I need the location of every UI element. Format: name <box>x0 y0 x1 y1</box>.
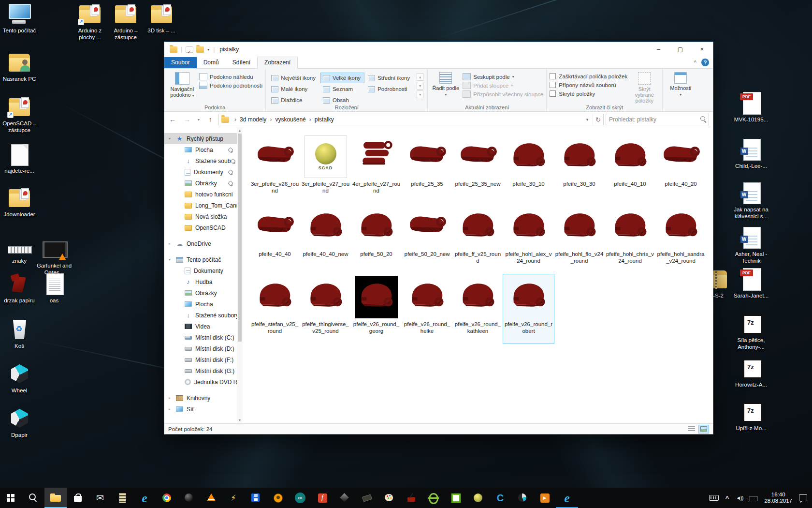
sidebar-item[interactable]: Místní disk (D:) <box>164 343 237 354</box>
file-item[interactable]: SCAD pfeife_ff_v25_round <box>452 204 503 273</box>
taskbar-app[interactable]: ✉ <box>89 488 111 508</box>
taskbar-app[interactable] <box>400 488 422 508</box>
desktop-icon-arduino-zastupce[interactable]: Arduino – zástupce <box>107 3 144 41</box>
file-item[interactable]: SCAD pfeife_25_35_new <box>452 134 503 203</box>
breadcrumb-vyskousene[interactable]: vyskoušené <box>275 116 305 123</box>
view-option-stredni-ikony[interactable]: Střední ikony <box>365 73 414 83</box>
sidebar-item[interactable]: Obrázky <box>164 287 237 299</box>
file-item[interactable]: SCAD pfeife_v26_round_georg <box>351 274 402 344</box>
checkbox[interactable] <box>550 82 556 88</box>
file-item[interactable]: SCAD pfeife_hohl_sandra_v24_round <box>655 204 706 273</box>
view-option-obsah[interactable]: Obsah <box>320 95 364 105</box>
sidebar-item[interactable]: Plocha <box>164 144 237 155</box>
file-item[interactable]: SCAD pfeife_30_30 <box>554 134 605 203</box>
touch-keyboard-icon[interactable] <box>709 495 719 501</box>
desktop-icon-znaky[interactable]: znaky <box>1 242 38 264</box>
gallery-scroll-down[interactable]: ▼ <box>417 82 423 90</box>
taskbar-app[interactable] <box>267 488 289 508</box>
file-item[interactable]: SCAD pfeife_40_20 <box>655 134 706 203</box>
desktop-icon-jak-napsat[interactable]: Jak napsat na klávesnici s... <box>730 182 772 220</box>
file-item[interactable]: SCAD pfeife_hohl_alex_v24_round <box>503 204 554 273</box>
sidebar-item[interactable]: Obrázky <box>164 178 237 189</box>
scroll-down-icon[interactable]: ▼ <box>238 417 242 423</box>
file-item[interactable]: SCAD pfeife_v26_round_heike <box>402 274 452 344</box>
preview-pane-button[interactable]: Podokno náhledu <box>199 73 262 80</box>
details-pane-button[interactable]: Podokno podrobností <box>199 82 262 89</box>
desktop-icon-openscad-zastupce[interactable]: OpenSCAD – zástupce <box>1 96 38 134</box>
desktop-icon-sarah-janet[interactable]: Sarah-Janet... <box>730 268 772 299</box>
sidebar-item[interactable]: Místní disk (F:) <box>164 354 237 365</box>
tab-sdileni[interactable]: Sdílení <box>226 57 257 68</box>
clock[interactable]: 16:40 28.08.2017 <box>764 492 792 504</box>
back-button[interactable]: ← <box>166 114 179 125</box>
sidebar-item[interactable]: OpenSCAD <box>164 222 237 233</box>
view-option-velke-ikony[interactable]: Velké ikony <box>320 73 364 83</box>
action-center-icon[interactable] <box>799 494 807 501</box>
file-item[interactable]: SCAD pfeife_50_20 <box>351 204 402 273</box>
desktop-icon-jdownloader[interactable]: Jdownloader <box>1 187 38 218</box>
close-button[interactable]: × <box>691 42 713 57</box>
desktop-icon-asher[interactable]: Asher, Neal - Technik <box>730 226 772 264</box>
file-item[interactable]: SCAD pfeife_25_35 <box>402 134 452 203</box>
sidebar-item[interactable]: hotovo funkcni <box>164 189 237 200</box>
file-extensions-option[interactable]: Přípony názvů souborů <box>550 82 627 88</box>
tab-soubor[interactable]: Soubor <box>164 57 197 68</box>
group-by-button[interactable]: Seskupit podle ▾ <box>463 73 543 80</box>
minimize-button[interactable]: – <box>648 42 669 57</box>
taskbar-app[interactable] <box>245 488 267 508</box>
desktop-icon-oas[interactable]: oas <box>36 273 72 304</box>
sidebar-item[interactable]: Videa <box>164 321 237 332</box>
file-item[interactable]: SCAD pfeife_40_40_new <box>300 204 351 273</box>
desktop-icon-dpapir[interactable]: Dpapir <box>1 407 38 438</box>
details-view-toggle[interactable] <box>686 425 697 433</box>
taskbar-app[interactable] <box>0 488 22 508</box>
tab-zobrazeni[interactable]: Zobrazení <box>257 57 298 69</box>
recent-locations-icon[interactable]: ▾ <box>195 114 202 125</box>
quick-access-properties-icon[interactable] <box>186 46 193 53</box>
taskbar-app[interactable]: e <box>133 488 156 508</box>
sidebar-item[interactable]: Hudba <box>164 276 237 287</box>
file-item[interactable]: SCAD pfeife_v26_round_kathleen <box>452 274 503 344</box>
desktop-icon-tento-pocitac[interactable]: Tento počítač <box>1 3 38 34</box>
search-icon[interactable] <box>699 115 709 124</box>
taskbar-app[interactable] <box>334 488 356 508</box>
desktop-icon-child-lee[interactable]: Child,-Lee-... <box>730 138 772 169</box>
address-bar[interactable]: › 3d modely › vyskoušené › pistalky ▾ ↻ <box>218 114 604 125</box>
taskbar-app[interactable] <box>378 488 400 508</box>
sidebar-item[interactable]: Stažené soubory <box>164 310 237 321</box>
quick-access-customize-icon[interactable]: ▾ <box>207 47 209 52</box>
sidebar-item[interactable]: Knihovny <box>164 392 237 403</box>
sidebar-item[interactable]: Rychlý přístup <box>164 133 237 144</box>
file-item[interactable]: SCAD pfeife_thingiverse_v25_round <box>300 274 351 344</box>
desktop-icon-najdete[interactable]: najdete-re... <box>1 143 38 174</box>
taskbar-app[interactable] <box>200 488 222 508</box>
sidebar-item[interactable]: Dokumenty <box>164 265 237 276</box>
taskbar-app[interactable] <box>467 488 489 508</box>
help-icon[interactable]: ? <box>701 59 709 66</box>
tray-expand-icon[interactable]: ^ <box>725 494 729 502</box>
taskbar-app[interactable]: e <box>556 488 578 508</box>
address-dropdown-icon[interactable]: ▾ <box>582 114 593 125</box>
sidebar-item[interactable]: Plocha <box>164 299 237 310</box>
file-item[interactable]: SCAD pfeife_50_20_new <box>402 204 452 273</box>
taskbar-app[interactable] <box>511 488 534 508</box>
sidebar-item[interactable]: Místní disk (G:) <box>164 365 237 376</box>
maximize-button[interactable]: ▢ <box>669 42 691 57</box>
view-option-dlazdice[interactable]: Dlaždice <box>269 95 319 105</box>
sort-by-button[interactable]: Řadit podle ▾ <box>431 71 461 103</box>
thumbnail-view-toggle[interactable] <box>698 425 709 433</box>
desktop-icon-garfunkel[interactable]: Garfunkel and Oates... <box>36 238 72 276</box>
taskbar-app[interactable] <box>178 488 200 508</box>
taskbar-app[interactable] <box>445 488 467 508</box>
file-item[interactable]: SCAD 4er_pfeife_v27_round <box>351 134 402 203</box>
taskbar-app[interactable]: C <box>489 488 511 508</box>
taskbar-app[interactable] <box>156 488 178 508</box>
sidebar-item[interactable]: Tento počítač <box>164 254 237 265</box>
view-option-male-ikony[interactable]: Malé ikony <box>269 84 319 94</box>
desktop-icon-wheel[interactable]: Wheel <box>1 363 38 394</box>
gallery-scroll-up[interactable]: ▲ <box>417 73 423 81</box>
title-bar[interactable]: | ▾ | pistalky – ▢ × <box>164 42 713 57</box>
sidebar-scrollbar[interactable]: ▲ ▼ <box>237 127 243 423</box>
view-option-podrobnosti[interactable]: Podrobnosti <box>365 84 414 94</box>
file-item[interactable]: SCAD pfeife_30_10 <box>503 134 554 203</box>
